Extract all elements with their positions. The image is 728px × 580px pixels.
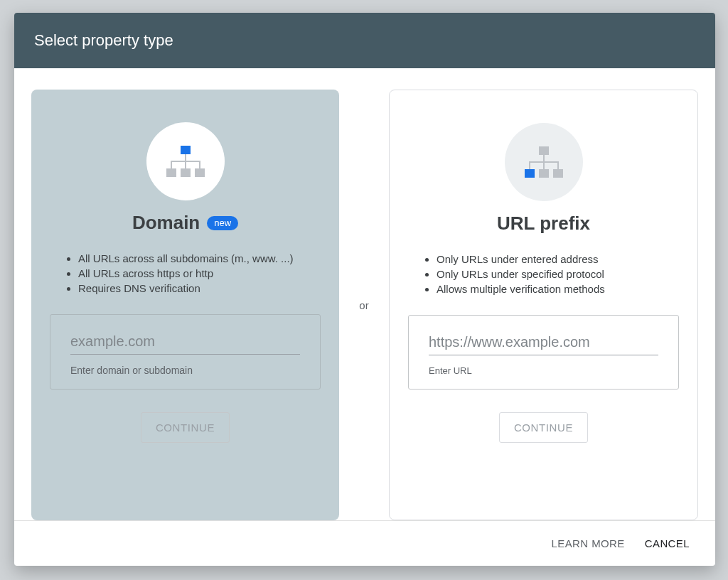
url-prefix-bullet: Only URLs under specified protocol xyxy=(437,268,670,280)
dialog-body: Domain new All URLs across all subdomain… xyxy=(14,68,715,520)
domain-card[interactable]: Domain new All URLs across all subdomain… xyxy=(31,90,339,520)
dialog-title: Select property type xyxy=(34,31,173,50)
dialog-footer: LEARN MORE CANCEL xyxy=(14,520,715,566)
url-prefix-bullets: Only URLs under entered address Only URL… xyxy=(408,250,679,298)
domain-bullet: Requires DNS verification xyxy=(78,282,312,294)
learn-more-button[interactable]: LEARN MORE xyxy=(552,537,625,549)
dialog-header: Select property type xyxy=(14,13,715,68)
url-prefix-card[interactable]: URL prefix Only URLs under entered addre… xyxy=(389,90,698,520)
url-prefix-card-title: URL prefix xyxy=(497,213,590,235)
url-prefix-bullet: Allows multiple verification methods xyxy=(437,283,670,295)
url-prefix-continue-button[interactable]: CONTINUE xyxy=(499,412,588,443)
url-prefix-bullet: Only URLs under entered address xyxy=(437,253,670,265)
domain-card-title-row: Domain new xyxy=(132,212,238,234)
domain-input-wrap: Enter domain or subdomain xyxy=(50,314,321,390)
domain-bullet: All URLs across all subdomains (m., www.… xyxy=(78,252,312,264)
url-prefix-input[interactable] xyxy=(429,331,658,355)
domain-bullets: All URLs across all subdomains (m., www.… xyxy=(50,249,321,297)
sitemap-icon xyxy=(165,146,206,177)
url-prefix-input-helper: Enter URL xyxy=(429,365,658,376)
sitemap-icon xyxy=(523,146,564,178)
domain-icon-circle xyxy=(146,122,225,200)
url-prefix-card-title-row: URL prefix xyxy=(497,213,590,235)
domain-bullet: All URLs across https or http xyxy=(78,267,312,279)
domain-input-helper: Enter domain or subdomain xyxy=(70,365,300,376)
domain-card-title: Domain xyxy=(132,212,200,234)
card-separator: or xyxy=(352,90,376,520)
new-badge: new xyxy=(207,216,238,230)
domain-input[interactable] xyxy=(70,331,300,355)
select-property-type-dialog: Select property type Domain new All URLs… xyxy=(14,13,715,566)
cancel-button[interactable]: CANCEL xyxy=(645,537,690,549)
url-prefix-input-wrap: Enter URL xyxy=(408,315,679,390)
url-prefix-icon-circle xyxy=(505,123,583,201)
domain-continue-button[interactable]: CONTINUE xyxy=(141,412,230,443)
